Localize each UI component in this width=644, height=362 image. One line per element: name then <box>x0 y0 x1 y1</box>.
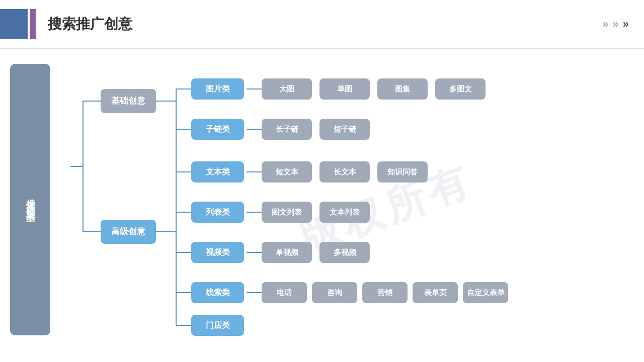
node-advanced: 高级创意 <box>101 220 156 244</box>
node-store: 门店类 <box>191 315 244 336</box>
node-multi-video: 多视频 <box>319 242 370 263</box>
arrow-next[interactable]: » <box>623 18 629 31</box>
header-accent <box>0 9 36 39</box>
page-title: 搜索推广创意 <box>48 15 132 34</box>
arrow-prev[interactable]: » <box>602 18 608 31</box>
node-short-sublink: 短子链 <box>319 119 370 140</box>
accent-purple <box>30 9 36 39</box>
node-text: 文本类 <box>191 161 244 183</box>
node-long-sublink: 长子链 <box>262 119 312 140</box>
node-text-list: 文本列表 <box>319 202 370 223</box>
left-vertical-label: 搜索推广创意类型 <box>10 64 50 335</box>
node-big-image: 大图 <box>262 78 312 100</box>
node-clue: 线索类 <box>191 282 244 303</box>
node-single-image: 单图 <box>319 78 370 100</box>
accent-blue <box>0 9 28 39</box>
node-long-text: 长文本 <box>319 161 370 183</box>
node-marketing: 营销 <box>362 282 408 303</box>
node-basic: 基础创意 <box>101 89 156 113</box>
navigation-arrows: » » » <box>602 18 629 31</box>
arrow-mid[interactable]: » <box>613 18 619 31</box>
page: 搜索推广创意 » » » 搜索推广创意类型 <box>0 0 644 362</box>
node-custom-form: 自定义表单 <box>463 282 508 303</box>
node-phone: 电话 <box>262 282 307 303</box>
node-form-page: 表单页 <box>413 282 458 303</box>
header: 搜索推广创意 » » » <box>0 0 644 49</box>
node-gallery: 图集 <box>377 78 428 100</box>
node-short-text: 短文本 <box>262 161 312 183</box>
node-video: 视频类 <box>191 242 244 263</box>
node-sublink: 子链类 <box>191 119 244 140</box>
main-content: 搜索推广创意类型 <box>0 49 644 362</box>
tree-diagram: 基础创意 高级创意 图片类 子链类 文本类 列表类 <box>55 64 609 345</box>
node-single-video: 单视频 <box>262 242 312 263</box>
node-list: 列表类 <box>191 202 244 223</box>
node-consult: 咨询 <box>312 282 357 303</box>
node-knowledge-qa: 知识问答 <box>377 161 428 183</box>
node-multi-image-text: 多图文 <box>435 78 486 100</box>
node-image: 图片类 <box>191 78 244 100</box>
node-image-list: 图文列表 <box>262 202 312 223</box>
